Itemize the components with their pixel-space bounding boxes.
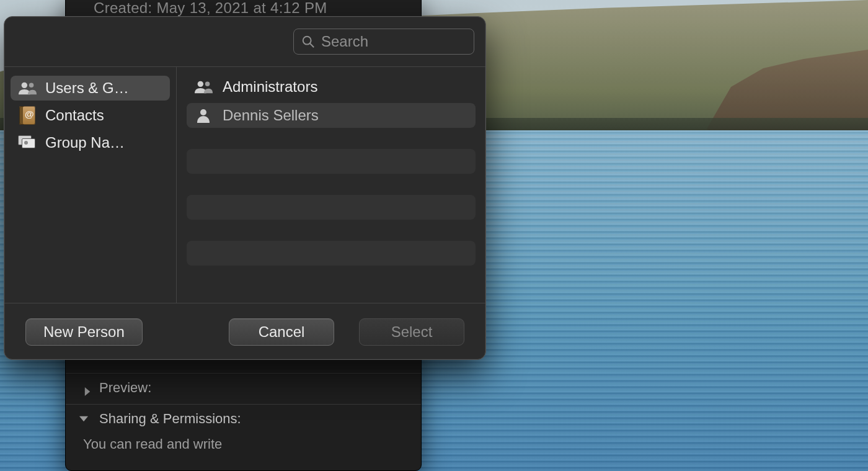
svg-line-1 [310,43,314,47]
person-icon [193,108,214,123]
group-cards-icon [18,135,37,150]
result-dennis-sellers[interactable]: Dennis Sellers [187,103,476,128]
sheet-footer: New Person Cancel Select [4,303,485,360]
list-row-placeholder [187,241,476,266]
result-label: Administrators [223,78,317,96]
result-label: Dennis Sellers [223,107,319,124]
preview-label: Preview: [99,380,151,396]
button-label: New Person [43,323,125,341]
select-button[interactable]: Select [359,318,464,346]
list-row-placeholder [187,195,476,220]
created-label: Created: [94,0,152,16]
sidebar-item-label: Contacts [45,107,104,124]
svg-point-6 [200,109,206,115]
sidebar-item-group-name[interactable]: Group Na… [11,130,170,155]
svg-point-0 [303,37,311,45]
sharing-permissions-label: Sharing & Permissions: [99,411,241,427]
cancel-button[interactable]: Cancel [229,318,334,346]
search-field[interactable] [293,29,474,55]
svg-point-4 [198,81,203,87]
permissions-summary: You can read and write [83,436,222,452]
svg-point-3 [29,83,34,88]
list-row-placeholder [187,149,476,174]
button-label: Select [391,323,433,341]
sidebar-item-label: Users & G… [45,79,129,97]
contacts-book-icon [18,108,37,123]
sidebar-item-label: Group Na… [45,134,125,151]
sharing-permissions-disclosure[interactable]: Sharing & Permissions: [66,404,421,433]
button-label: Cancel [259,323,305,341]
preview-disclosure[interactable]: Preview: [66,373,421,402]
sidebar-item-contacts[interactable]: Contacts [11,103,170,128]
results-list: Administrators Dennis Sellers [177,67,485,303]
svg-point-2 [22,83,27,88]
svg-point-5 [205,82,210,87]
sheet-header [4,17,485,66]
created-line: Created: May 13, 2021 at 4:12 PM [94,0,409,17]
search-input[interactable] [321,33,486,50]
search-icon [301,35,315,48]
source-sidebar: Users & G… Contacts Group Na… [4,67,177,303]
two-people-icon [18,81,37,96]
new-person-button[interactable]: New Person [25,318,143,346]
chevron-right-icon [83,384,92,392]
people-picker-sheet: Users & G… Contacts Group Na… [4,16,486,360]
result-administrators[interactable]: Administrators [187,74,476,99]
sidebar-item-users-groups[interactable]: Users & G… [11,76,170,101]
created-value: May 13, 2021 at 4:12 PM [156,0,327,16]
chevron-down-icon [83,415,92,423]
two-people-icon [193,80,214,94]
